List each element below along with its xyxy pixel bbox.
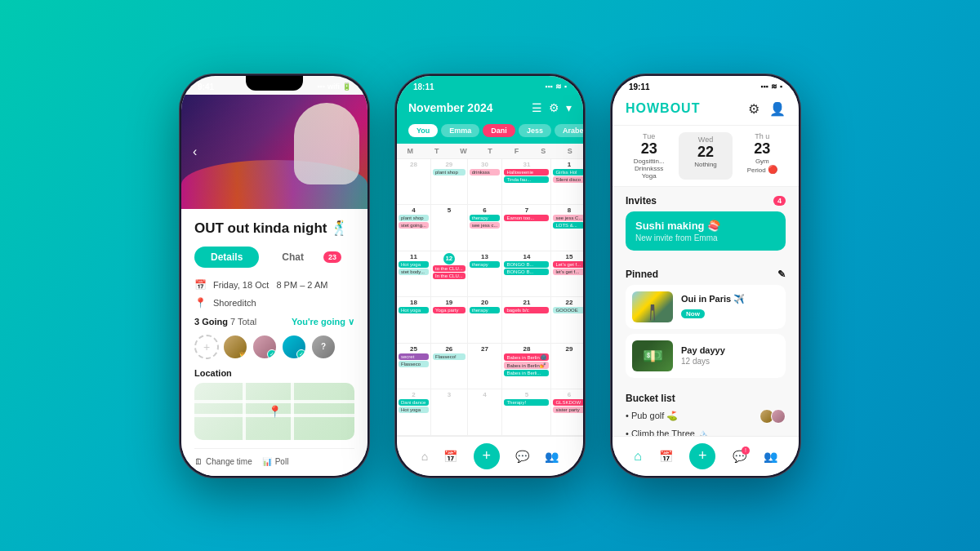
- person-jess[interactable]: Jess: [519, 124, 551, 137]
- cal-cell[interactable]: 29: [551, 344, 583, 390]
- nav-people[interactable]: 👥: [545, 450, 559, 463]
- dropdown-icon[interactable]: ▾: [566, 101, 572, 114]
- settings-icon[interactable]: ⚙: [549, 101, 559, 114]
- cal-cell[interactable]: 13therapy: [468, 251, 503, 298]
- cal-event[interactable]: plant shop: [433, 169, 466, 176]
- person-emma[interactable]: Emma: [441, 124, 479, 137]
- person-arabella[interactable]: Arabella: [555, 124, 583, 137]
- cal-event[interactable]: Yoga party: [433, 307, 466, 313]
- cal-cell[interactable]: 27: [468, 344, 503, 390]
- cal-event[interactable]: plant shop: [399, 215, 429, 221]
- cal-event[interactable]: Babes in Berlin💅: [504, 362, 549, 369]
- nav-home[interactable]: ⌂: [421, 450, 428, 463]
- cal-event[interactable]: Girlss Hol: [553, 169, 583, 176]
- cal-event[interactable]: Babes in Berli...: [504, 370, 549, 376]
- cal-event[interactable]: Let's get f...: [553, 261, 583, 268]
- poll-button[interactable]: 📊 Poll: [262, 457, 289, 466]
- cal-cell[interactable]: 21bagels b/c: [502, 297, 551, 344]
- cal-event[interactable]: Halloweenie: [504, 169, 549, 176]
- pinned-paris[interactable]: Oui in Paris ✈️ Now: [626, 285, 786, 329]
- nav-add-hw[interactable]: +: [689, 443, 715, 469]
- cal-event[interactable]: Silent disco: [553, 176, 583, 183]
- add-person[interactable]: +: [194, 335, 219, 359]
- date-thu[interactable]: Th u 23 Gym Period 🔴: [739, 132, 786, 180]
- cal-cell[interactable]: 12to the CLU...In the CLU...: [431, 251, 468, 298]
- cal-cell[interactable]: 15Let's get f...let's get f...: [551, 251, 583, 298]
- cal-event[interactable]: GOOOOE: [553, 307, 583, 313]
- cal-event[interactable]: Flasseco: [399, 361, 429, 367]
- cal-event[interactable]: BONGO B...: [504, 261, 549, 268]
- cal-cell[interactable]: 4: [468, 389, 503, 436]
- cal-event[interactable]: therapy: [470, 261, 501, 268]
- cal-event[interactable]: BONGO B...: [504, 269, 549, 275]
- nav-cal-hw[interactable]: 📅: [659, 450, 673, 463]
- cal-event[interactable]: therapy: [470, 215, 501, 221]
- tab-details[interactable]: Details: [194, 247, 259, 268]
- cal-event[interactable]: Babes in Berlin 🌚: [504, 353, 549, 361]
- cal-cell[interactable]: 30drinksss: [468, 159, 503, 206]
- cal-cell[interactable]: 20therapy: [468, 297, 503, 344]
- cal-event[interactable]: sister party: [553, 407, 583, 413]
- cal-cell[interactable]: 19Yoga party: [431, 297, 468, 344]
- cal-event[interactable]: see jess c...: [470, 222, 501, 229]
- cal-event[interactable]: GLSKDOW: [553, 399, 583, 406]
- cal-cell[interactable]: 7Eamon too...: [502, 205, 551, 251]
- back-button[interactable]: ‹: [193, 144, 197, 159]
- cal-event[interactable]: Therapy!: [504, 399, 549, 406]
- nav-people-hw[interactable]: 👥: [764, 450, 777, 463]
- cal-event[interactable]: let's get f...: [553, 269, 583, 275]
- cal-event[interactable]: stet body...: [399, 269, 429, 275]
- cal-event[interactable]: Dani dance: [399, 399, 429, 406]
- nav-calendar[interactable]: 📅: [443, 450, 457, 463]
- cal-cell[interactable]: 4plant shopstet going...: [397, 205, 431, 251]
- cal-cell[interactable]: 26Flasseco!: [431, 344, 468, 390]
- cal-event[interactable]: see jess C...: [553, 215, 583, 221]
- cal-event[interactable]: secret: [399, 353, 429, 360]
- cal-cell[interactable]: 6GLSKDOWsister party: [551, 389, 583, 436]
- cal-cell[interactable]: 5Therapy!: [502, 389, 551, 436]
- cal-cell[interactable]: 5: [431, 205, 468, 251]
- cal-cell[interactable]: 8see jess C...LOTS &...: [551, 205, 583, 251]
- date-tue[interactable]: Tue 23 Dogsittin... Drinnksss Yoga: [626, 132, 672, 180]
- cal-cell[interactable]: 25secretFlasseco: [397, 344, 431, 390]
- nav-chat[interactable]: 💬: [515, 450, 529, 463]
- tab-chat[interactable]: Chat: [265, 247, 320, 268]
- cal-event[interactable]: In the CLU...: [433, 273, 466, 279]
- cal-cell[interactable]: 28Babes in Berlin 🌚Babes in Berlin💅Babes…: [502, 344, 551, 390]
- cal-event[interactable]: Hot yoga: [399, 261, 429, 268]
- edit-pinned-icon[interactable]: ✎: [777, 269, 786, 280]
- cal-cell[interactable]: 2Dani danceHot yoga: [397, 389, 431, 436]
- cal-cell[interactable]: 29plant shop: [431, 159, 468, 206]
- cal-event[interactable]: to the CLU...: [433, 265, 466, 272]
- cal-event[interactable]: drinksss: [470, 169, 501, 176]
- cal-event[interactable]: Flasseco!: [433, 353, 466, 360]
- cal-cell[interactable]: 6therapysee jess c...: [468, 205, 503, 251]
- cal-event[interactable]: LOTS &...: [553, 222, 583, 229]
- cal-cell[interactable]: 14BONGO B...BONGO B...: [502, 251, 551, 298]
- cal-cell[interactable]: 11Hot yogastet body...: [397, 251, 431, 298]
- invite-card[interactable]: Sushi making 🍣 New invite from Emma: [626, 211, 786, 251]
- menu-icon[interactable]: ☰: [532, 101, 542, 114]
- cal-cell[interactable]: 3: [431, 389, 468, 436]
- person-dani[interactable]: Dani: [483, 124, 515, 137]
- date-wed[interactable]: Wed 22 Nothing: [679, 132, 732, 180]
- pinned-pay[interactable]: 💵 Pay dayyy 12 days: [626, 334, 786, 378]
- settings-icon-hw[interactable]: ⚙: [748, 101, 760, 117]
- nav-msg-hw[interactable]: 💬 !: [733, 450, 746, 463]
- nav-home-hw[interactable]: ⌂: [634, 449, 642, 464]
- cal-event[interactable]: Hot yoga: [399, 307, 429, 313]
- cal-cell[interactable]: 31HalloweenieTinda fau...: [502, 159, 551, 206]
- cal-cell[interactable]: 1Girlss HolSilent disco: [551, 159, 583, 206]
- going-status[interactable]: You're going ∨: [292, 317, 354, 327]
- cal-event[interactable]: Hot yoga: [399, 407, 429, 413]
- change-time-button[interactable]: 🗓 Change time: [194, 457, 252, 466]
- cal-cell[interactable]: 28: [397, 159, 431, 206]
- cal-event[interactable]: Eamon too...: [504, 215, 549, 221]
- nav-add[interactable]: +: [474, 443, 500, 469]
- cal-event[interactable]: Tinda fau...: [504, 176, 549, 183]
- cal-event[interactable]: bagels b/c: [504, 307, 549, 313]
- cal-event[interactable]: stet going...: [399, 222, 429, 229]
- cal-cell[interactable]: 18Hot yoga: [397, 297, 431, 344]
- cal-event[interactable]: therapy: [470, 307, 501, 313]
- profile-icon-hw[interactable]: 👤: [769, 101, 786, 117]
